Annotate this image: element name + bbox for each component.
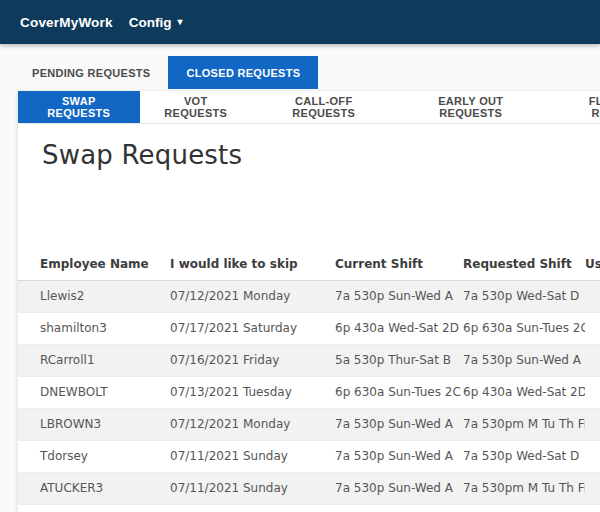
table-row[interactable]: ATUCKER307/11/2021 Sunday7a 530p Sun-Wed… bbox=[18, 472, 600, 504]
table-row[interactable]: shamilton307/17/2021 Saturday6p 430a Wed… bbox=[18, 312, 600, 344]
table-row[interactable]: Tdorsey07/11/2021 Sunday7a 530p Sun-Wed … bbox=[18, 440, 600, 472]
tab-call-off-requests[interactable]: CALL-OFF REQUESTS bbox=[252, 91, 396, 123]
column-header-employee-name: Employee Name bbox=[18, 248, 170, 280]
request-type-tabs: SWAP REQUESTSVOT REQUESTSCALL-OFF REQUES… bbox=[18, 91, 600, 124]
config-menu-label: Config bbox=[129, 15, 172, 30]
table-cell: Tdorsey bbox=[18, 440, 170, 472]
table-cell: 6p 430a Wed-Sat 2D bbox=[463, 376, 585, 408]
table-cell: 7a 530pm M Tu Th Fri IN… bbox=[463, 472, 585, 504]
table-cell bbox=[585, 344, 600, 376]
request-status-tabs: PENDING REQUESTSCLOSED REQUESTS bbox=[14, 56, 600, 89]
tab-flex-work-requests[interactable]: FLEX WORK REQUESTS bbox=[546, 91, 600, 123]
config-menu[interactable]: Config ▾ bbox=[129, 15, 183, 30]
table-cell bbox=[585, 472, 600, 504]
column-header-us: Us bbox=[585, 248, 600, 280]
table-cell: 6p 630a Sun-Tues 2C bbox=[463, 312, 585, 344]
table-cell: RCarroll1 bbox=[18, 344, 170, 376]
table-cell bbox=[585, 408, 600, 440]
table-cell: 7a 530p Sun-Wed A bbox=[335, 472, 463, 504]
table-cell: 07/12/2021 Monday bbox=[170, 280, 335, 312]
table-header-row: Employee NameI would like to skipCurrent… bbox=[18, 248, 600, 280]
navbar: CoverMyWork Config ▾ bbox=[0, 0, 600, 44]
table-cell: 7a 530p Sun-Wed A bbox=[335, 408, 463, 440]
table-row[interactable]: LBROWN307/12/2021 Monday7a 530p Sun-Wed … bbox=[18, 408, 600, 440]
table-row[interactable]: RCarroll107/16/2021 Friday5a 530p Thur-S… bbox=[18, 344, 600, 376]
table-cell: 7a 530p Sun-Wed A bbox=[335, 280, 463, 312]
table-cell: 7a 530p Sun-Wed A bbox=[335, 440, 463, 472]
table-cell bbox=[585, 312, 600, 344]
table-cell: 7a 530pm M Tu Th Fri IN… bbox=[463, 408, 585, 440]
table-cell: Llewis2 bbox=[18, 280, 170, 312]
table-cell bbox=[585, 440, 600, 472]
caret-down-icon: ▾ bbox=[177, 17, 182, 27]
table-cell: 7a 530p Sun-Wed A bbox=[463, 344, 585, 376]
tab-swap-requests[interactable]: SWAP REQUESTS bbox=[18, 91, 140, 123]
table-cell: 6p 630a Sun-Tues 2C bbox=[335, 376, 463, 408]
column-header-current-shift: Current Shift bbox=[335, 248, 463, 280]
table-cell: 07/17/2021 Saturday bbox=[170, 312, 335, 344]
brand-logo: CoverMyWork bbox=[20, 15, 113, 30]
table-cell: DNEWBOLT bbox=[18, 376, 170, 408]
table-cell: LBROWN3 bbox=[18, 408, 170, 440]
tab-early-out-requests[interactable]: EARLY OUT REQUESTS bbox=[395, 91, 546, 123]
column-header-i-would-like-to-skip: I would like to skip bbox=[170, 248, 335, 280]
table-cell: 07/11/2021 Sunday bbox=[170, 472, 335, 504]
column-header-requested-shift: Requested Shift bbox=[463, 248, 585, 280]
table-row[interactable]: DNEWBOLT07/13/2021 Tuesday6p 630a Sun-Tu… bbox=[18, 376, 600, 408]
tab-closed-requests[interactable]: CLOSED REQUESTS bbox=[168, 56, 318, 89]
table-cell: 7a 530p Wed-Sat D bbox=[463, 280, 585, 312]
table-cell: ATUCKER3 bbox=[18, 472, 170, 504]
content-card: SWAP REQUESTSVOT REQUESTSCALL-OFF REQUES… bbox=[18, 91, 600, 512]
table-cell: 5a 530p Thur-Sat B bbox=[335, 344, 463, 376]
swap-requests-table: Employee NameI would like to skipCurrent… bbox=[18, 248, 600, 505]
table-cell: 07/12/2021 Monday bbox=[170, 408, 335, 440]
table-row[interactable]: Llewis207/12/2021 Monday7a 530p Sun-Wed … bbox=[18, 280, 600, 312]
table-cell: 6p 430a Wed-Sat 2D bbox=[335, 312, 463, 344]
tab-pending-requests[interactable]: PENDING REQUESTS bbox=[14, 56, 168, 89]
page-title: Swap Requests bbox=[42, 140, 600, 170]
table-cell bbox=[585, 280, 600, 312]
tab-vot-requests[interactable]: VOT REQUESTS bbox=[140, 91, 252, 123]
table-cell: 7a 530p Wed-Sat D bbox=[463, 440, 585, 472]
table-cell bbox=[585, 376, 600, 408]
table-cell: shamilton3 bbox=[18, 312, 170, 344]
table-cell: 07/13/2021 Tuesday bbox=[170, 376, 335, 408]
table-cell: 07/11/2021 Sunday bbox=[170, 440, 335, 472]
table-cell: 07/16/2021 Friday bbox=[170, 344, 335, 376]
